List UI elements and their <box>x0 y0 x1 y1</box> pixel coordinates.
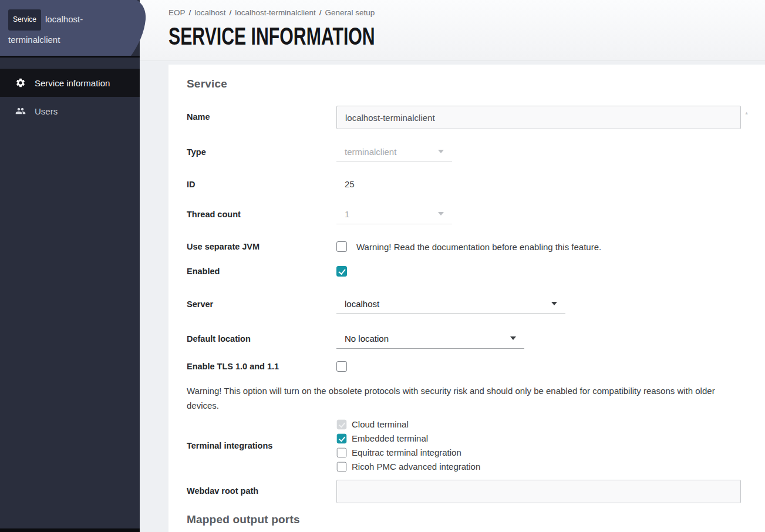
default-location-select-value: No location <box>345 334 389 344</box>
breadcrumb-separator: / <box>319 8 322 17</box>
name-input[interactable] <box>336 106 741 129</box>
terminal-option-embedded: Embedded terminal <box>336 433 480 444</box>
breadcrumb-separator: / <box>230 8 232 17</box>
server-label: Server <box>187 299 336 309</box>
field-row-use-separate-jvm: Use separate JVM Warning! Read the docum… <box>187 241 748 252</box>
caret-down-icon <box>510 336 516 340</box>
type-select[interactable]: terminalclient <box>336 142 452 162</box>
server-select-value: localhost <box>345 299 379 309</box>
terminal-integrations-label: Terminal integrations <box>187 441 336 450</box>
page-header: EOP / localhost / localhost-terminalclie… <box>140 0 765 61</box>
type-label: Type <box>187 147 336 157</box>
page-title: SERVICE INFORMATION <box>168 22 601 50</box>
breadcrumb-separator: / <box>189 8 191 17</box>
field-row-default-location: Default location No location <box>187 329 748 349</box>
embedded-terminal-checkbox[interactable] <box>337 433 347 443</box>
use-separate-jvm-checkbox[interactable] <box>336 241 347 252</box>
server-select[interactable]: localhost <box>336 294 565 314</box>
field-row-type: Type terminalclient <box>187 142 748 162</box>
thread-count-select[interactable]: 1 <box>336 204 452 224</box>
field-row-terminal-integrations: Terminal integrations Cloud terminal Emb… <box>187 419 748 472</box>
tls-warning-text: Warning! This option will turn on the ob… <box>187 383 746 413</box>
thread-count-select-value: 1 <box>345 209 349 219</box>
enabled-label: Enabled <box>187 267 336 276</box>
breadcrumb-item-localhost[interactable]: localhost <box>194 8 225 17</box>
default-location-select[interactable]: No location <box>336 329 524 349</box>
field-row-name: Name * <box>187 106 748 129</box>
sidebar-header: Servicelocalhost-terminalclient <box>0 0 140 58</box>
breadcrumb-item-general-setup[interactable]: General setup <box>325 8 375 17</box>
field-row-thread-count: Thread count 1 <box>187 204 748 224</box>
enabled-checkbox[interactable] <box>336 266 347 277</box>
field-row-server: Server localhost <box>187 294 748 314</box>
terminal-option-cloud: Cloud terminal <box>336 419 480 430</box>
service-form-card: Service Name * Type terminalclient ID <box>168 65 765 532</box>
embedded-terminal-label[interactable]: Embedded terminal <box>352 433 428 443</box>
equitrac-integration-checkbox[interactable] <box>337 447 347 457</box>
sidebar-item-label: Service information <box>35 78 110 88</box>
enable-tls-label: Enable TLS 1.0 and 1.1 <box>187 362 336 371</box>
gear-icon <box>15 78 26 88</box>
cloud-terminal-checkbox[interactable] <box>337 419 347 429</box>
webdav-root-path-label: Webdav root path <box>187 480 336 496</box>
sidebar-item-label: Users <box>35 106 58 116</box>
ricoh-pmc-integration-label[interactable]: Ricoh PMC advanced integration <box>352 462 480 472</box>
id-label: ID <box>187 180 336 189</box>
name-label: Name <box>187 106 336 122</box>
breadcrumb-item-service[interactable]: localhost-terminalclient <box>235 8 315 17</box>
jvm-warning-text: Warning! Read the documentation before e… <box>356 242 601 252</box>
breadcrumb: EOP / localhost / localhost-terminalclie… <box>168 8 765 17</box>
field-row-webdav-root-path: Webdav root path <box>187 480 748 503</box>
service-badge: Service <box>8 9 41 31</box>
ricoh-pmc-integration-checkbox[interactable] <box>337 462 347 472</box>
caret-down-icon <box>438 212 444 216</box>
field-row-id: ID 25 <box>187 179 748 189</box>
sidebar-item-service-information[interactable]: Service information <box>0 69 140 97</box>
sidebar-nav: Service information Users <box>0 58 140 125</box>
equitrac-integration-label[interactable]: Equitrac terminal integration <box>352 447 461 457</box>
breadcrumb-item-eop[interactable]: EOP <box>168 8 186 17</box>
section-title-mapped-output-ports: Mapped output ports <box>187 513 748 526</box>
main-area: EOP / localhost / localhost-terminalclie… <box>140 0 765 532</box>
field-row-enabled: Enabled <box>187 266 748 277</box>
caret-down-icon <box>551 302 557 305</box>
required-asterisk: * <box>745 110 748 119</box>
sidebar-item-users[interactable]: Users <box>0 97 140 125</box>
section-title-service: Service <box>187 78 748 90</box>
use-separate-jvm-label: Use separate JVM <box>187 242 336 251</box>
users-icon <box>15 106 26 116</box>
type-select-value: terminalclient <box>345 147 396 157</box>
cloud-terminal-label[interactable]: Cloud terminal <box>352 419 409 429</box>
terminal-option-equitrac: Equitrac terminal integration <box>336 447 480 458</box>
caret-down-icon <box>438 150 444 153</box>
content-background: Service Name * Type terminalclient ID <box>140 61 765 532</box>
terminal-option-ricoh: Ricoh PMC advanced integration <box>336 461 480 472</box>
sidebar-bottom-bar <box>0 528 140 532</box>
thread-count-label: Thread count <box>187 210 336 219</box>
id-value: 25 <box>336 179 355 189</box>
enable-tls-checkbox[interactable] <box>336 361 347 372</box>
default-location-label: Default location <box>187 334 336 344</box>
webdav-root-path-input[interactable] <box>336 480 741 503</box>
field-row-enable-tls: Enable TLS 1.0 and 1.1 <box>187 361 748 372</box>
sidebar: Servicelocalhost-terminalclient Service … <box>0 0 140 532</box>
